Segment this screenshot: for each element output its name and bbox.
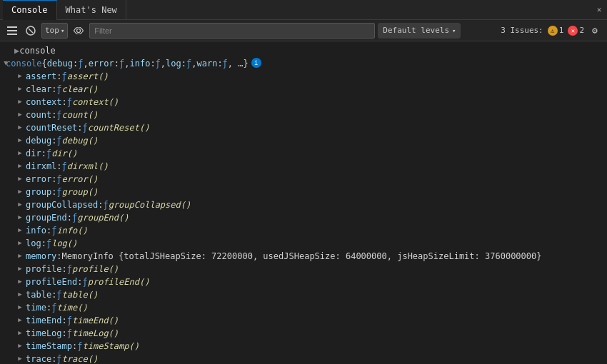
tab-bar: Console What's New ✕ xyxy=(0,0,607,20)
info-badge: i xyxy=(251,58,261,68)
tab-whats-new-label: What's New xyxy=(66,5,117,15)
list-item[interactable]: ▶ group: ƒ group() xyxy=(0,186,607,198)
expander-icon[interactable]: ▶ xyxy=(16,226,24,234)
console-label-text: ▶ xyxy=(14,45,19,56)
list-item[interactable]: ▶ time: ƒ time() xyxy=(0,301,607,314)
expander-icon[interactable]: ▶ xyxy=(16,110,24,118)
settings-button[interactable]: ⚙ xyxy=(587,23,603,39)
expander-icon[interactable]: ▶ xyxy=(16,97,24,106)
expander-icon[interactable]: ▶ xyxy=(16,328,24,337)
console-header-text: console xyxy=(19,45,56,56)
expander-icon[interactable]: ▶ xyxy=(16,187,24,196)
expander-icon[interactable]: ▶ xyxy=(16,264,24,273)
list-item[interactable]: ▶ info: ƒ info() xyxy=(0,224,607,237)
expander-icon[interactable]: ▶ xyxy=(16,315,24,324)
tabs-container: Console What's New xyxy=(3,0,590,20)
filter-input[interactable] xyxy=(89,23,375,39)
warn-count: ⚠ 1 xyxy=(548,26,564,36)
list-item[interactable]: ▶ dir: ƒ dir() xyxy=(0,147,607,160)
list-item[interactable]: ▶ profileEnd: ƒ profileEnd() xyxy=(0,275,607,288)
svg-rect-0 xyxy=(7,26,17,28)
expander-icon[interactable]: ▶ xyxy=(16,84,24,93)
expander-icon[interactable]: ▶ xyxy=(16,290,24,298)
svg-rect-2 xyxy=(7,34,17,35)
list-item[interactable]: ▶ debug: ƒ debug() xyxy=(0,134,607,147)
expander-icon[interactable]: ▶ xyxy=(16,174,24,183)
dropdown-arrow-icon: ▾ xyxy=(61,27,64,34)
list-item[interactable]: ▶ timeEnd: ƒ timeEnd() xyxy=(0,314,607,327)
close-panel-button[interactable]: ✕ xyxy=(594,5,604,15)
tab-console-label: Console xyxy=(11,5,48,15)
list-item[interactable]: ▶ timeStamp: ƒ timeStamp() xyxy=(0,340,607,353)
expander-icon[interactable]: ▶ xyxy=(16,71,24,80)
svg-line-4 xyxy=(29,29,33,33)
expander-icon[interactable]: ▶ xyxy=(16,341,24,350)
expander-icon[interactable]: ▶ xyxy=(16,161,24,170)
warn-badge: ⚠ xyxy=(548,26,558,36)
memory-value: MemoryInfo {totalJSHeapSize: 72200000, u… xyxy=(62,251,542,262)
expander-icon[interactable]: ▶ xyxy=(16,123,24,131)
list-item[interactable]: ▶ groupEnd: ƒ groupEnd() xyxy=(0,211,607,224)
list-item[interactable]: ▶ context: ƒ context() xyxy=(0,96,607,108)
list-item[interactable]: ▶ assert: ƒ assert() xyxy=(0,70,607,83)
expander-icon[interactable]: ▶ xyxy=(16,354,24,363)
expander-icon[interactable]: ▶ xyxy=(16,136,24,144)
list-item[interactable]: ▶ error: ƒ error() xyxy=(0,173,607,186)
console-root-label: ▶ console xyxy=(0,44,607,57)
tab-console[interactable]: Console xyxy=(3,0,57,20)
expander-icon[interactable]: ▶ xyxy=(16,200,24,208)
expander-icon[interactable]: ▶ xyxy=(16,238,24,247)
expander-icon[interactable]: ▼ xyxy=(1,59,10,67)
expander-icon[interactable]: ▶ xyxy=(16,303,24,311)
list-item[interactable]: ▶ count: ƒ count() xyxy=(0,108,607,121)
expander-icon[interactable]: ▶ xyxy=(16,213,24,221)
memory-line[interactable]: ▶ memory: MemoryInfo {totalJSHeapSize: 7… xyxy=(0,250,607,263)
err-badge: ✕ xyxy=(568,26,578,36)
warn-count-value: 1 xyxy=(559,26,564,35)
svg-point-5 xyxy=(77,29,81,32)
live-expressions-button[interactable] xyxy=(71,23,86,39)
issues-label: 3 Issues: xyxy=(501,26,543,35)
list-item[interactable]: ▶ table: ƒ table() xyxy=(0,288,607,301)
console-output: ▶ console ▼ console { debug: ƒ , error: … xyxy=(0,41,607,364)
console-object-line[interactable]: ▼ console { debug: ƒ , error: ƒ , info: … xyxy=(0,57,607,70)
list-item[interactable]: ▶ clear: ƒ clear() xyxy=(0,83,607,96)
list-item[interactable]: ▶ countReset: ƒ countReset() xyxy=(0,121,607,134)
tab-whats-new[interactable]: What's New xyxy=(57,0,126,20)
issues-counter: 3 Issues: ⚠ 1 ✕ 2 xyxy=(501,26,584,36)
default-levels-dropdown[interactable]: Default levels ▾ xyxy=(378,23,461,39)
list-item[interactable]: ▶ trace: ƒ trace() xyxy=(0,353,607,364)
list-item[interactable]: ▶ groupCollapsed: ƒ groupCollapsed() xyxy=(0,198,607,211)
list-item[interactable]: ▶ timeLog: ƒ timeLog() xyxy=(0,327,607,340)
list-item[interactable]: ▶ profile: ƒ profile() xyxy=(0,263,607,275)
list-item[interactable]: ▶ dirxml: ƒ dirxml() xyxy=(0,160,607,173)
err-count: ✕ 2 xyxy=(568,26,584,36)
default-levels-label: Default levels xyxy=(383,26,449,35)
expander-icon[interactable]: ▶ xyxy=(16,148,24,157)
levels-arrow-icon: ▾ xyxy=(452,27,456,34)
expander-icon[interactable]: ▶ xyxy=(16,251,24,260)
context-dropdown[interactable]: top ▾ xyxy=(41,23,68,39)
toolbar: top ▾ Default levels ▾ 3 Issues: ⚠ 1 ✕ 2… xyxy=(0,20,607,41)
list-item[interactable]: ▶ log: ƒ log() xyxy=(0,237,607,250)
clear-console-button[interactable] xyxy=(23,23,39,39)
context-dropdown-label: top xyxy=(45,26,59,35)
expander-icon[interactable]: ▶ xyxy=(16,277,24,285)
sidebar-icon-button[interactable] xyxy=(4,23,20,39)
err-count-value: 2 xyxy=(579,26,584,35)
svg-rect-1 xyxy=(7,30,17,31)
